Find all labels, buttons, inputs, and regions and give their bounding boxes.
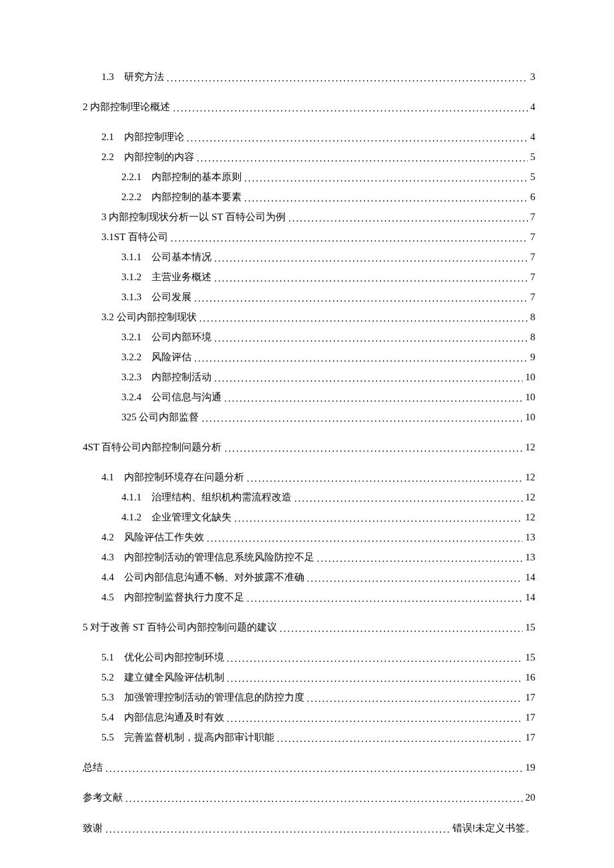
toc-entry-page: 10	[525, 372, 535, 382]
toc-entry-page: 7	[531, 212, 536, 222]
toc-entry-page: 8	[531, 312, 536, 322]
toc-leader-dots	[105, 825, 450, 835]
toc-leader-dots	[173, 103, 527, 113]
toc-leader-dots	[202, 414, 523, 424]
toc-leader-dots	[227, 674, 523, 684]
toc-entry: 3.2.4 公司信息与沟通10	[83, 392, 535, 402]
toc-entry: 2 内部控制理论概述4	[83, 102, 535, 112]
toc-entry-label: 5 对于改善 ST 百特公司内部控制问题的建议	[83, 622, 277, 632]
toc-entry-page: 7	[531, 252, 536, 262]
toc-entry-page: 13	[525, 532, 535, 542]
toc-entry: 5 对于改善 ST 百特公司内部控制问题的建议15	[83, 622, 535, 632]
toc-leader-dots	[214, 374, 523, 384]
toc-entry-page: 12	[525, 442, 535, 452]
toc-entry: 2.2.2 内部控制的基本要素6	[83, 192, 535, 202]
table-of-contents: 1.3 研究方法32 内部控制理论概述42.1 内部控制理论42.2 内部控制的…	[83, 72, 535, 833]
toc-entry: 3.2.3 内部控制活动10	[83, 372, 535, 382]
toc-leader-dots	[244, 193, 528, 203]
toc-entry-label: 1.3 研究方法	[101, 72, 164, 82]
toc-entry-label: 2.1 内部控制理论	[101, 132, 184, 142]
toc-entry-page: 5	[531, 172, 536, 182]
toc-leader-dots	[197, 153, 528, 163]
toc-entry: 3.1.1 公司基本情况7	[83, 252, 535, 262]
toc-leader-dots	[227, 714, 523, 724]
toc-entry: 4.1.2 企业管理文化缺失12	[83, 512, 535, 522]
toc-entry-label: 4.1.2 企业管理文化缺失	[121, 512, 232, 522]
toc-entry: 1.3 研究方法3	[83, 72, 535, 82]
toc-leader-dots	[277, 734, 523, 744]
toc-entry: 致谢错误!未定义书签。	[83, 823, 535, 833]
toc-entry-page: 14	[525, 592, 535, 602]
toc-entry-label: 3.2.3 内部控制活动	[121, 372, 212, 382]
toc-entry-page: 17	[525, 693, 535, 703]
toc-entry-label: 2 内部控制理论概述	[83, 102, 170, 112]
toc-entry: 4.3 内部控制活动的管理信息系统风险防控不足13	[83, 552, 535, 562]
toc-entry: 2.2.1 内部控制的基本原则5	[83, 172, 535, 182]
toc-entry-label: 2.2 内部控制的内容	[101, 152, 194, 162]
toc-entry-label: 3.2.4 公司信息与沟通	[121, 392, 222, 402]
toc-entry: 2.1 内部控制理论4	[83, 132, 535, 142]
toc-entry-label: 4.1 内部控制环境存在问题分析	[101, 472, 244, 482]
toc-leader-dots	[194, 294, 528, 304]
toc-entry-page: 20	[525, 793, 535, 803]
toc-entry: 4.5 内部控制监督执行力度不足14	[83, 592, 535, 602]
toc-entry: 4ST 百特公司内部控制问题分析12	[83, 442, 535, 452]
toc-entry-label: 4.5 内部控制监督执行力度不足	[101, 592, 244, 602]
toc-leader-dots	[224, 394, 523, 404]
toc-entry-page: 17	[525, 713, 535, 723]
toc-entry-label: 3.1.2 主营业务概述	[121, 272, 212, 282]
toc-leader-dots	[247, 474, 523, 484]
toc-entry-page: 7	[531, 272, 536, 282]
toc-entry-label: 4.2 风险评估工作失效	[101, 532, 204, 542]
toc-entry: 5.1 优化公司内部控制环境15	[83, 653, 535, 663]
toc-entry-page: 4	[531, 102, 536, 112]
toc-entry: 4.4 公司内部信息沟通不畅、对外披露不准确14	[83, 572, 535, 582]
toc-entry-label: 总结	[83, 763, 103, 773]
toc-entry-label: 致谢	[83, 823, 103, 833]
toc-entry-label: 2.2.2 内部控制的基本要素	[121, 192, 242, 202]
toc-entry: 3.1ST 百特公司7	[83, 232, 535, 242]
toc-entry-page: 12	[525, 472, 535, 482]
toc-entry-page: 12	[525, 492, 535, 502]
toc-leader-dots	[288, 213, 528, 224]
toc-entry: 2.2 内部控制的内容5	[83, 152, 535, 162]
toc-entry: 4.2 风险评估工作失效13	[83, 532, 535, 542]
toc-entry-page: 5	[531, 152, 536, 162]
toc-leader-dots	[307, 574, 523, 584]
toc-entry-page: 10	[525, 392, 535, 402]
toc-entry-page-error: 错误!未定义书签。	[452, 823, 535, 833]
toc-entry-label: 5.3 加强管理控制活动的管理信息的防控力度	[101, 693, 304, 703]
toc-leader-dots	[167, 73, 528, 83]
toc-entry-page: 15	[525, 622, 535, 632]
toc-entry-page: 19	[525, 763, 535, 773]
document-page: 1.3 研究方法32 内部控制理论概述42.1 内部控制理论42.2 内部控制的…	[0, 0, 614, 868]
toc-entry: 5.5 完善监督机制，提高内部审计职能17	[83, 733, 535, 743]
toc-leader-dots	[307, 694, 523, 704]
toc-leader-dots	[214, 254, 528, 264]
toc-entry-page: 15	[525, 653, 535, 663]
toc-leader-dots	[214, 274, 528, 284]
toc-leader-dots	[214, 334, 528, 344]
toc-entry-label: 3.2.1 公司内部环境	[121, 332, 212, 342]
toc-entry-label: 5.4 内部信息沟通及时有效	[101, 713, 224, 723]
toc-entry-label: 参考文献	[83, 793, 123, 803]
toc-leader-dots	[234, 514, 523, 524]
toc-entry-page: 3	[531, 72, 536, 82]
toc-leader-dots	[105, 764, 523, 774]
toc-entry: 3.1.3 公司发展7	[83, 292, 535, 302]
toc-leader-dots	[294, 494, 523, 504]
toc-leader-dots	[317, 554, 523, 564]
toc-leader-dots	[171, 234, 528, 244]
toc-entry-label: 3.2.2 风险评估	[121, 352, 192, 362]
toc-entry-label: 325 公司内部监督	[121, 412, 199, 422]
toc-entry-label: 3.1.3 公司发展	[121, 292, 192, 302]
toc-entry: 参考文献20	[83, 793, 535, 803]
toc-entry-page: 7	[531, 232, 536, 242]
toc-entry-page: 10	[525, 412, 535, 422]
toc-leader-dots	[244, 173, 528, 183]
toc-entry-label: 3.2 公司内部控制现状	[101, 312, 197, 322]
toc-entry-label: 3.1ST 百特公司	[101, 232, 168, 242]
toc-entry-label: 4.1.1 治理结构、组织机构需流程改造	[121, 492, 292, 502]
toc-entry: 3.2.2 风险评估9	[83, 352, 535, 362]
toc-entry-page: 16	[525, 673, 535, 683]
